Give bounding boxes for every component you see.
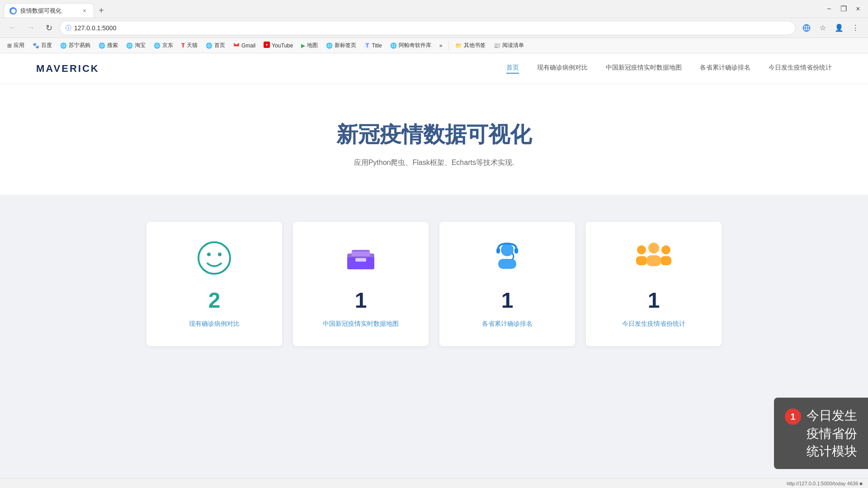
svg-rect-12 xyxy=(355,258,366,262)
bookmark-search[interactable]: 🌐 搜索 xyxy=(95,40,122,51)
folder-icon: 📁 xyxy=(455,42,462,49)
minimize-button[interactable]: − xyxy=(823,3,835,15)
bookmark-youtube[interactable]: YouTube xyxy=(260,40,297,51)
new-tab-button[interactable]: + xyxy=(94,3,108,18)
nav-ranking[interactable]: 各省累计确诊排名 xyxy=(700,64,750,74)
compare-count: 2 xyxy=(208,288,221,313)
bookmark-label: 阅读清单 xyxy=(502,42,524,49)
menu-button[interactable]: ⋮ xyxy=(848,21,863,35)
bookmark-maps[interactable]: ▶ 地图 xyxy=(297,40,321,51)
bookmark-label: 地图 xyxy=(307,42,318,49)
tianmao-icon: T xyxy=(181,42,185,49)
map-icon xyxy=(343,240,379,281)
bookmark-readlist[interactable]: 📰 阅读清单 xyxy=(490,40,528,51)
svg-rect-22 xyxy=(646,255,661,266)
bookmark-label: Title xyxy=(372,42,382,49)
profile-button[interactable]: 👤 xyxy=(832,21,846,35)
translate-icon[interactable] xyxy=(799,21,814,35)
card-compare[interactable]: 2 现有确诊病例对比 xyxy=(146,222,282,346)
tab-close-button[interactable]: × xyxy=(81,7,88,14)
card-map[interactable]: 1 中国新冠疫情实时数据地图 xyxy=(293,222,429,346)
search-bm-icon: 🌐 xyxy=(99,42,105,49)
svg-point-7 xyxy=(218,253,222,256)
lock-icon: ⓘ xyxy=(66,24,71,32)
maps-icon: ▶ xyxy=(301,42,305,49)
bookmark-label: Gmail xyxy=(241,42,255,49)
svg-rect-11 xyxy=(352,252,370,256)
tooltip-overlay: 1 今日发生 疫情省份 统计模块 xyxy=(774,398,868,469)
bookmark-newtab[interactable]: 🌐 新标签页 xyxy=(322,40,360,51)
svg-rect-16 xyxy=(514,248,518,253)
status-url: http://127.0.0.1:5000/today 4636 ■ xyxy=(787,481,863,486)
bookmark-label: 搜索 xyxy=(107,42,118,49)
bookmark-baidu[interactable]: 🐾 百度 xyxy=(29,40,56,51)
star-button[interactable]: ☆ xyxy=(816,21,830,35)
tab-favicon: ⬤ xyxy=(9,7,17,14)
svg-point-5 xyxy=(198,242,230,274)
compare-label: 现有确诊病例对比 xyxy=(189,320,240,328)
ranking-icon xyxy=(489,240,525,281)
status-bar: http://127.0.0.1:5000/today 4636 ■ xyxy=(0,478,868,488)
ranking-count: 1 xyxy=(501,288,514,313)
active-tab[interactable]: ⬤ 疫情数据可视化 × xyxy=(4,3,94,18)
ranking-label: 各省累计确诊排名 xyxy=(482,320,533,328)
svg-rect-15 xyxy=(496,248,500,253)
bookmark-apache[interactable]: 🌐 阿帕奇软件库 xyxy=(387,40,435,51)
bookmark-title[interactable]: T Title xyxy=(361,40,385,51)
bookmark-taobao[interactable]: 🌐 淘宝 xyxy=(123,40,149,51)
bookmark-label: 百度 xyxy=(41,42,52,49)
jingdong-icon: 🌐 xyxy=(154,42,160,49)
bookmark-suning[interactable]: 🌐 苏宁易购 xyxy=(57,40,94,51)
bookmark-label: 天猫 xyxy=(187,42,198,49)
today-icon xyxy=(633,240,674,281)
bookmark-label: 应用 xyxy=(14,42,24,49)
close-button[interactable]: × xyxy=(852,3,864,15)
refresh-button[interactable]: ↻ xyxy=(42,21,56,35)
youtube-icon xyxy=(264,42,270,49)
back-button[interactable]: ← xyxy=(5,21,20,35)
suning-icon: 🌐 xyxy=(60,42,67,49)
compare-icon xyxy=(196,240,232,281)
readlist-icon: 📰 xyxy=(494,42,500,49)
nav-home[interactable]: 首页 xyxy=(506,64,519,74)
apache-icon: 🌐 xyxy=(390,42,397,49)
bookmark-apps[interactable]: ⊞ 应用 xyxy=(4,40,28,51)
newtab-icon: 🌐 xyxy=(326,42,333,49)
title-bm-icon: T xyxy=(364,42,370,49)
bookmark-home[interactable]: 🌐 首页 xyxy=(202,40,229,51)
map-count: 1 xyxy=(355,288,367,313)
svg-point-6 xyxy=(207,253,211,256)
bookmark-more[interactable]: » xyxy=(436,41,446,51)
tab-title: 疫情数据可视化 xyxy=(20,7,61,15)
bookmark-jingdong[interactable]: 🌐 京东 xyxy=(150,40,177,51)
bookmark-other[interactable]: 📁 其他书签 xyxy=(452,40,489,51)
nav-compare[interactable]: 现有确诊病例对比 xyxy=(537,64,588,74)
today-count: 1 xyxy=(648,288,660,313)
bookmark-label: 京东 xyxy=(162,42,173,49)
map-label: 中国新冠疫情实时数据地图 xyxy=(323,320,399,328)
nav-today[interactable]: 今日发生疫情省份统计 xyxy=(769,64,832,74)
svg-point-13 xyxy=(501,244,514,256)
tooltip-badge: 1 xyxy=(785,408,801,425)
url-bar[interactable]: ⓘ 127.0.0.1:5000 xyxy=(60,21,796,35)
cards-section: 2 现有确诊病例对比 1 xyxy=(0,195,868,478)
bookmark-label: 首页 xyxy=(214,42,225,49)
forward-button[interactable]: → xyxy=(24,21,38,35)
gmail-icon xyxy=(233,42,240,49)
baidu-icon: 🐾 xyxy=(33,42,39,49)
site-logo: MAVERICK xyxy=(36,63,99,75)
svg-point-19 xyxy=(661,245,670,254)
today-label: 今日发生疫情省份统计 xyxy=(622,320,685,328)
tooltip-text: 今日发生 疫情省份 统计模块 xyxy=(807,407,857,460)
bookmark-tianmao[interactable]: T 天猫 xyxy=(178,40,201,51)
svg-rect-20 xyxy=(660,256,671,265)
bookmark-gmail[interactable]: Gmail xyxy=(230,40,259,51)
bookmark-label: YouTube xyxy=(272,42,293,49)
maximize-button[interactable]: ❐ xyxy=(837,3,850,15)
url-text: 127.0.0.1:5000 xyxy=(74,24,116,32)
nav-map[interactable]: 中国新冠疫情实时数据地图 xyxy=(606,64,682,74)
card-ranking[interactable]: 1 各省累计确诊排名 xyxy=(439,222,575,346)
apps-icon: ⊞ xyxy=(7,42,12,49)
svg-point-21 xyxy=(648,243,659,253)
card-today[interactable]: 1 今日发生疫情省份统计 xyxy=(586,222,722,346)
